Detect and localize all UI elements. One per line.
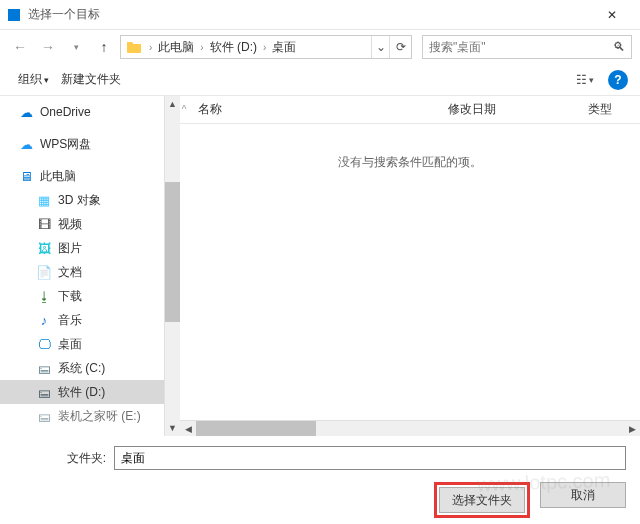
new-folder-button[interactable]: 新建文件夹 [55,67,127,92]
sidebar-item-3d[interactable]: ▦3D 对象 [0,188,164,212]
sidebar-item-videos[interactable]: 🎞视频 [0,212,164,236]
sidebar: ☁OneDrive ☁WPS网盘 🖥此电脑 ▦3D 对象 🎞视频 🖼图片 📄文档… [0,96,164,436]
scroll-down-icon[interactable]: ▼ [165,420,180,436]
folder-icon [125,38,143,56]
column-name[interactable]: 名称 [188,101,438,118]
sidebar-item-onedrive[interactable]: ☁OneDrive [0,100,164,124]
window-icon [8,9,20,21]
recent-dropdown[interactable]: ▾ [64,35,88,59]
column-headers: ^ 名称 修改日期 类型 [180,96,640,124]
resize-grip-icon[interactable]: ^ [180,104,188,115]
cloud-icon: ☁ [18,104,34,120]
monitor-icon: 🖥 [18,168,34,184]
navigation-row: ← → ▾ ↑ › 此电脑 › 软件 (D:) › 桌面 ⌄ ⟳ 🔍︎ [0,30,640,64]
sidebar-scrollbar[interactable]: ▲ ▼ [164,96,180,436]
video-icon: 🎞 [36,216,52,232]
sidebar-item-downloads[interactable]: ⭳下载 [0,284,164,308]
view-options-button[interactable]: ☷▾ [570,71,600,89]
chevron-down-icon: ▾ [589,75,594,85]
column-type[interactable]: 类型 [578,101,640,118]
dialog-buttons: 选择文件夹 取消 [0,476,640,524]
main-area: ☁OneDrive ☁WPS网盘 🖥此电脑 ▦3D 对象 🎞视频 🖼图片 📄文档… [0,96,640,436]
drive-icon: 🖴 [36,408,52,424]
address-dropdown[interactable]: ⌄ [371,36,389,58]
sidebar-item-thispc[interactable]: 🖥此电脑 [0,164,164,188]
breadcrumb-root[interactable]: 此电脑 [154,36,198,58]
chevron-right-icon[interactable]: › [198,42,205,53]
highlight-box: 选择文件夹 [434,482,530,518]
file-list-pane: ^ 名称 修改日期 类型 没有与搜索条件匹配的项。 ◀ ▶ [180,96,640,436]
scroll-right-icon[interactable]: ▶ [624,421,640,436]
breadcrumb-folder[interactable]: 桌面 [268,36,300,58]
refresh-button[interactable]: ⟳ [389,36,411,58]
forward-button[interactable]: → [36,35,60,59]
folder-name-row: 文件夹: [0,436,640,476]
search-input[interactable] [423,40,607,54]
drive-icon: 🖴 [36,384,52,400]
scroll-up-icon[interactable]: ▲ [165,96,180,112]
close-button[interactable]: ✕ [592,8,632,22]
horizontal-scrollbar[interactable]: ◀ ▶ [180,420,640,436]
desktop-icon: 🖵 [36,336,52,352]
up-button[interactable]: ↑ [92,35,116,59]
toolbar: 组织▾ 新建文件夹 ☷▾ ? [0,64,640,96]
column-modified[interactable]: 修改日期 [438,101,578,118]
sidebar-item-pictures[interactable]: 🖼图片 [0,236,164,260]
download-icon: ⭳ [36,288,52,304]
help-button[interactable]: ? [608,70,628,90]
title-bar: 选择一个目标 ✕ [0,0,640,30]
cancel-button[interactable]: 取消 [540,482,626,508]
picture-icon: 🖼 [36,240,52,256]
sidebar-item-swdrive[interactable]: 🖴软件 (D:) [0,380,164,404]
sidebar-item-wps[interactable]: ☁WPS网盘 [0,132,164,156]
scrollbar-thumb[interactable] [196,421,316,436]
sidebar-item-desktop[interactable]: 🖵桌面 [0,332,164,356]
sidebar-item-music[interactable]: ♪音乐 [0,308,164,332]
breadcrumb-drive[interactable]: 软件 (D:) [206,36,261,58]
window-controls: ✕ [552,8,632,22]
scrollbar-thumb[interactable] [165,182,180,322]
drive-icon: 🖴 [36,360,52,376]
cloud-icon: ☁ [18,136,34,152]
empty-message: 没有与搜索条件匹配的项。 [180,124,640,420]
select-folder-button[interactable]: 选择文件夹 [439,487,525,513]
chevron-right-icon[interactable]: › [261,42,268,53]
search-box[interactable]: 🔍︎ [422,35,632,59]
sidebar-item-otherdrive[interactable]: 🖴装机之家呀 (E:) [0,404,164,428]
address-bar[interactable]: › 此电脑 › 软件 (D:) › 桌面 ⌄ ⟳ [120,35,412,59]
minimize-button[interactable] [552,8,592,22]
back-button[interactable]: ← [8,35,32,59]
chevron-down-icon: ▾ [44,75,49,85]
search-icon[interactable]: 🔍︎ [607,40,631,54]
folder-label: 文件夹: [14,450,114,467]
document-icon: 📄 [36,264,52,280]
sidebar-item-sysdrive[interactable]: 🖴系统 (C:) [0,356,164,380]
sidebar-item-documents[interactable]: 📄文档 [0,260,164,284]
folder-input[interactable] [114,446,626,470]
music-icon: ♪ [36,312,52,328]
organize-button[interactable]: 组织▾ [12,67,55,92]
window-title: 选择一个目标 [28,6,100,23]
cube-icon: ▦ [36,192,52,208]
scroll-left-icon[interactable]: ◀ [180,421,196,436]
chevron-right-icon[interactable]: › [147,42,154,53]
